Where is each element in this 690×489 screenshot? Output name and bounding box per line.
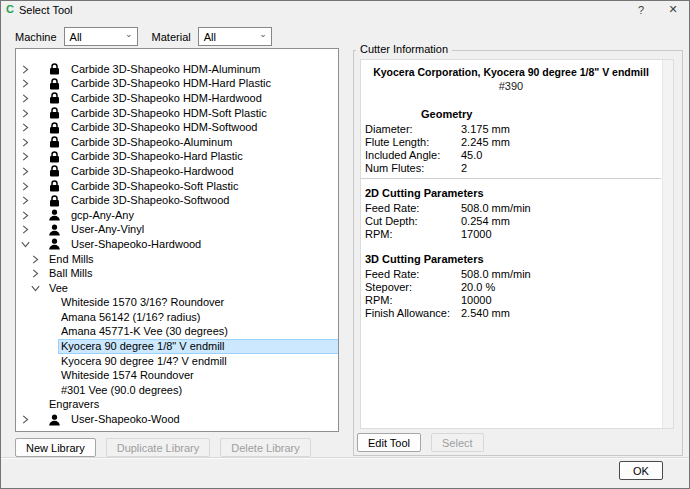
tree-item[interactable]: Carbide 3D-Shapeoko-Aluminum <box>16 135 338 150</box>
chevron-right-icon[interactable] <box>19 196 46 205</box>
info-row: Included Angle:45.0 <box>365 149 657 162</box>
tree-item-label: Ball Mills <box>47 267 95 280</box>
chevron-right-icon[interactable] <box>19 211 46 220</box>
material-label: Material <box>152 31 191 43</box>
edit-tool-button[interactable]: Edit Tool <box>357 433 421 452</box>
chevron-right-icon[interactable] <box>19 109 46 118</box>
tree-item-label: User-Any-Vinyl <box>69 223 147 236</box>
ok-button[interactable]: OK <box>619 461 663 480</box>
cutter-sections: GeometryDiameter:3.175 mmFlute Length:2.… <box>365 108 657 320</box>
cutter-info-panel: Kyocera Corporation, Kyocera 90 degree 1… <box>360 59 674 429</box>
user-icon <box>48 238 61 250</box>
tree-item[interactable]: Carbide 3D-Shapeoko HDM-Hardwood <box>16 91 338 106</box>
tool-button-row: Edit ToolSelect <box>357 433 484 452</box>
chevron-right-icon[interactable] <box>32 255 45 264</box>
tree-item[interactable]: User-Shapeoko-Hardwood <box>16 237 338 252</box>
chevron-right-icon[interactable] <box>19 415 46 424</box>
tree-item-label: Amana 45771-K Vee (30 degrees) <box>59 325 231 338</box>
info-section: 3D Cutting ParametersFeed Rate:508.0 mm/… <box>365 253 657 320</box>
lock-icon <box>48 165 61 177</box>
info-row: Finish Allowance:2.540 mm <box>365 307 657 320</box>
chevron-right-icon[interactable] <box>32 269 45 278</box>
tree-item[interactable]: Carbide 3D-Shapeoko HDM-Aluminum <box>16 62 338 77</box>
machine-select[interactable]: All ⌄ <box>64 27 138 46</box>
filter-toolbar: Machine All ⌄ Material All ⌄ <box>1 18 689 46</box>
info-value: 2.540 mm <box>461 307 510 320</box>
chevron-down-icon[interactable] <box>19 240 46 249</box>
chevron-right-icon[interactable] <box>19 152 46 161</box>
info-value: 2.245 mm <box>461 136 510 149</box>
info-value: 17000 <box>461 228 492 241</box>
tool-number: #390 <box>365 80 657 92</box>
info-row: Cut Depth:0.254 mm <box>365 215 657 228</box>
chevron-right-icon[interactable] <box>19 79 46 88</box>
info-label: Num Flutes: <box>365 162 461 175</box>
tree-item[interactable]: Whiteside 1574 Roundover <box>16 368 338 383</box>
chevron-right-icon[interactable] <box>19 225 46 234</box>
tree-item[interactable]: Kyocera 90 degree 1/4? V endmill <box>16 354 338 369</box>
info-label: Flute Length: <box>365 136 461 149</box>
material-select[interactable]: All ⌄ <box>198 27 272 46</box>
tree-item-label: User-Shapeoko-Hardwood <box>69 238 204 251</box>
info-section: 2D Cutting ParametersFeed Rate:508.0 mm/… <box>365 187 657 241</box>
tree-item[interactable]: #301 Vee (90.0 degrees) <box>16 383 338 398</box>
tree-item[interactable]: Carbide 3D-Shapeoko-Hard Plastic <box>16 150 338 165</box>
tree-item[interactable]: Carbide 3D-Shapeoko HDM-Soft Plastic <box>16 106 338 121</box>
tree-item[interactable]: Carbide 3D-Shapeoko HDM-Hard Plastic <box>16 77 338 92</box>
lock-icon <box>48 122 61 134</box>
duplicate-library-button: Duplicate Library <box>106 438 211 457</box>
help-button[interactable]: ? <box>625 1 657 18</box>
window-controls: ? ✕ <box>625 1 689 18</box>
tree-item-label: Vee <box>47 282 71 295</box>
tree-item-label: Carbide 3D-Shapeoko HDM-Soft Plastic <box>69 107 270 120</box>
chevron-down-icon: ⌄ <box>125 30 133 39</box>
chevron-right-icon[interactable] <box>19 65 46 74</box>
lock-icon <box>48 92 61 104</box>
select-button: Select <box>431 433 484 452</box>
chevron-right-icon[interactable] <box>19 167 46 176</box>
tool-library-tree[interactable]: Carbide 3D-Shapeoko HDM-AluminumCarbide … <box>15 48 339 432</box>
info-value: 2 <box>461 162 467 175</box>
section-divider <box>361 178 661 179</box>
info-value: 508.0 mm/min <box>461 268 531 281</box>
window-title: Select Tool <box>19 4 73 16</box>
tree-item[interactable]: End Mills <box>16 252 338 267</box>
tree-item[interactable]: User-Any-Vinyl <box>16 223 338 238</box>
new-library-button[interactable]: New Library <box>15 438 96 457</box>
section-title: 3D Cutting Parameters <box>365 253 657 265</box>
tree-item[interactable]: Carbide 3D-Shapeoko-Hardwood <box>16 164 338 179</box>
chevron-right-icon[interactable] <box>19 138 46 147</box>
tree-item[interactable]: Amana 56142 (1/16? radius) <box>16 310 338 325</box>
chevron-down-icon[interactable] <box>32 284 45 293</box>
tree-item-label: Carbide 3D-Shapeoko-Hard Plastic <box>69 150 246 163</box>
info-row: Stepover:20.0 % <box>365 281 657 294</box>
info-label: Stepover: <box>365 281 461 294</box>
user-icon <box>48 224 61 236</box>
scrollbar-track[interactable] <box>662 60 673 428</box>
tree-item[interactable]: Amana 45771-K Vee (30 degrees) <box>16 325 338 340</box>
cutter-information-group: Cutter Information Kyocera Corporation, … <box>353 50 683 456</box>
tree-item[interactable]: Carbide 3D-Shapeoko-Soft Plastic <box>16 179 338 194</box>
tree-item[interactable]: Vee <box>16 281 338 296</box>
tree-item-label: Kyocera 90 degree 1/4? V endmill <box>59 355 230 368</box>
tree-item[interactable]: Carbide 3D-Shapeoko-Softwood <box>16 193 338 208</box>
chevron-right-icon[interactable] <box>19 182 46 191</box>
close-button[interactable]: ✕ <box>657 1 689 18</box>
tree-item[interactable]: Ball Mills <box>16 266 338 281</box>
tree-item-label: Carbide 3D-Shapeoko HDM-Hardwood <box>69 92 265 105</box>
tree-item-label: Whiteside 1574 Roundover <box>59 369 197 382</box>
chevron-right-icon[interactable] <box>19 123 46 132</box>
info-value: 10000 <box>461 294 492 307</box>
info-section: GeometryDiameter:3.175 mmFlute Length:2.… <box>365 108 657 175</box>
chevron-down-icon: ⌄ <box>259 30 267 39</box>
tree-item[interactable]: Engravers <box>16 398 338 413</box>
select-tool-dialog: C Select Tool ? ✕ Machine All ⌄ Material… <box>0 0 690 489</box>
tree-item-label: Carbide 3D-Shapeoko HDM-Aluminum <box>69 63 264 76</box>
tree-item[interactable]: Kyocera 90 degree 1/8" V endmill <box>16 339 338 354</box>
tree-item[interactable]: User-Shapeoko-Wood <box>16 412 338 427</box>
tree-item[interactable]: Carbide 3D-Shapeoko HDM-Softwood <box>16 120 338 135</box>
tree-item[interactable]: gcp-Any-Any <box>16 208 338 223</box>
tree-item[interactable]: Whiteside 1570 3/16? Roundover <box>16 296 338 311</box>
chevron-right-icon[interactable] <box>19 94 46 103</box>
titlebar: C Select Tool ? ✕ <box>1 1 689 18</box>
